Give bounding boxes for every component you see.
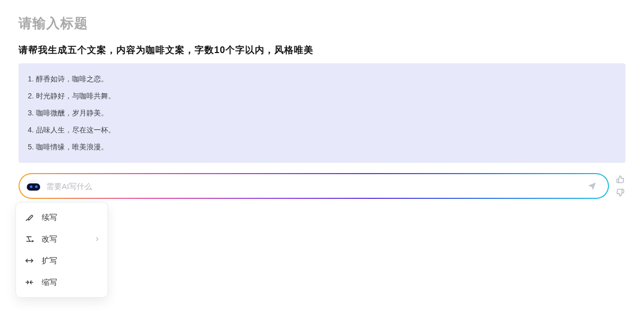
- shorten-icon: [24, 277, 34, 287]
- list-item: 1. 醇香如诗，咖啡之恋。: [28, 71, 616, 88]
- menu-label: 改写: [42, 234, 57, 244]
- menu-label: 续写: [42, 213, 57, 223]
- expand-icon: [24, 256, 34, 266]
- rewrite-icon: [24, 234, 34, 244]
- thumbs-down-button[interactable]: [616, 189, 625, 198]
- menu-label: 扩写: [42, 256, 57, 266]
- list-item: 4. 品味人生，尽在这一杯。: [28, 122, 616, 139]
- list-item: 3. 咖啡微醺，岁月静美。: [28, 105, 616, 122]
- send-icon: [587, 181, 597, 191]
- thumbs-up-button[interactable]: [616, 175, 625, 184]
- ai-action-menu: 续写 改写 扩写: [15, 202, 108, 298]
- menu-item-shorten[interactable]: 缩写: [18, 271, 106, 293]
- bot-avatar-icon: [26, 180, 41, 192]
- ai-response-block: 1. 醇香如诗，咖啡之恋。 2. 时光静好，与咖啡共舞。 3. 咖啡微醺，岁月静…: [19, 63, 625, 163]
- ai-prompt-input[interactable]: [46, 182, 580, 191]
- menu-label: 缩写: [42, 278, 57, 287]
- thumbs-down-icon: [616, 189, 624, 197]
- menu-item-continue[interactable]: 续写: [18, 207, 106, 228]
- send-button[interactable]: [585, 179, 599, 193]
- continue-write-icon: [24, 212, 34, 223]
- menu-item-rewrite[interactable]: 改写: [18, 228, 106, 250]
- title-input-placeholder[interactable]: 请输入标题: [19, 14, 625, 32]
- user-prompt-text: 请帮我生成五个文案，内容为咖啡文案，字数10个字以内，风格唯美: [19, 44, 625, 56]
- list-item: 2. 时光静好，与咖啡共舞。: [28, 88, 616, 105]
- menu-item-expand[interactable]: 扩写: [18, 250, 106, 271]
- chevron-right-icon: [94, 235, 100, 244]
- feedback-buttons: [616, 174, 625, 198]
- list-item: 5. 咖啡情缘，唯美浪漫。: [28, 139, 616, 156]
- thumbs-up-icon: [616, 175, 624, 183]
- ai-input-container: [19, 173, 609, 199]
